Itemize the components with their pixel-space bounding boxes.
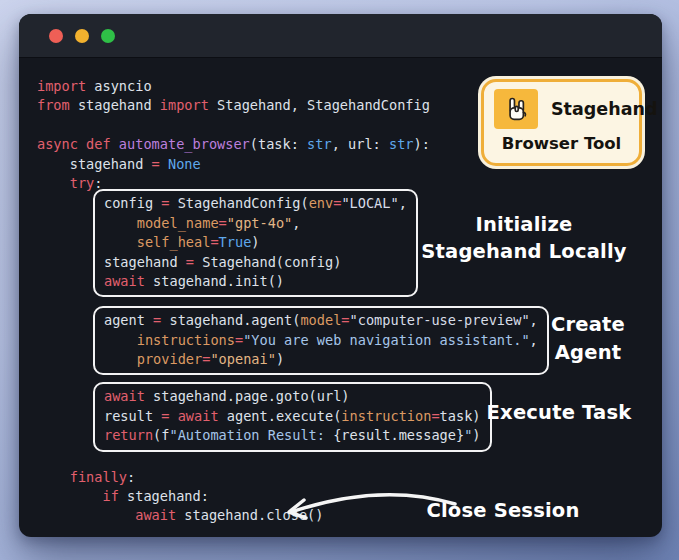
- code-line: provider="openai"): [104, 350, 538, 369]
- sign-of-horns-hand-icon: [494, 89, 538, 129]
- code-token: model: [300, 312, 341, 328]
- code-token: if: [102, 488, 118, 504]
- window-titlebar: [19, 14, 662, 58]
- code-token: from: [37, 97, 70, 113]
- code-token: async: [37, 136, 78, 152]
- code-token: str: [389, 136, 414, 152]
- code-token: finally: [70, 469, 127, 485]
- code-line: await stagehand.page.goto(url): [104, 387, 481, 406]
- code-box-create-agent: agent = stagehand.agent(model="computer-…: [93, 306, 549, 375]
- annotation-close-session: Close Session: [426, 497, 579, 524]
- code-token: env: [309, 195, 334, 211]
- annotation-execute-task: Execute Task: [487, 399, 632, 426]
- code-token: await: [135, 507, 176, 523]
- badge-header: Stagehand: [494, 89, 629, 129]
- code-line: await stagehand.init(): [104, 272, 407, 291]
- code-token: [104, 215, 137, 231]
- code-token: ): [251, 234, 259, 250]
- code-token: Stagehand, StagehandConfig: [209, 97, 430, 113]
- code-token: [111, 136, 119, 152]
- code-line: stagehand = Stagehand(config): [104, 253, 407, 272]
- code-line: model_name="gpt-4o",: [104, 214, 407, 233]
- code-token: self_heal: [137, 234, 211, 250]
- code-token: import: [37, 78, 86, 94]
- code-token: "Automation Result:: [169, 427, 333, 443]
- code-token: stagehand:: [119, 488, 209, 504]
- code-token: agent: [104, 312, 153, 328]
- code-token: [104, 351, 137, 367]
- code-token: import: [160, 97, 209, 113]
- code-token: =: [219, 215, 227, 231]
- code-token: "openai": [210, 351, 275, 367]
- code-token: True: [219, 234, 252, 250]
- code-token: await: [104, 388, 145, 404]
- code-token: =: [341, 312, 349, 328]
- code-token: "gpt-4o": [227, 215, 292, 231]
- badge-subtitle: Browser Tool: [494, 134, 629, 153]
- code-token: automate_browser: [119, 136, 250, 152]
- code-token: ,: [530, 312, 538, 328]
- code-token: =: [210, 234, 218, 250]
- code-token: await: [178, 408, 219, 424]
- code-token: , url:: [332, 136, 389, 152]
- code-token: instruction: [341, 408, 431, 424]
- code-token: stagehand.page.goto(url): [145, 388, 350, 404]
- annotation-line: Create: [551, 311, 625, 339]
- close-window-button[interactable]: [49, 29, 63, 43]
- code-token: =: [431, 408, 439, 424]
- code-window: import asynciofrom stagehand import Stag…: [19, 14, 662, 537]
- code-token: [104, 234, 137, 250]
- code-line: config = StagehandConfig(env="LOCAL",: [104, 194, 407, 213]
- code-token: stagehand.close(): [176, 507, 323, 523]
- code-token: model_name: [137, 215, 219, 231]
- code-token: ,: [292, 215, 300, 231]
- code-token: Stagehand(config): [194, 254, 341, 270]
- code-token: instructions: [137, 332, 235, 348]
- minimize-window-button[interactable]: [75, 29, 89, 43]
- code-token: stagehand: [70, 97, 160, 113]
- stagehand-badge: Stagehand Browser Tool: [481, 79, 642, 166]
- code-token: agent.execute(: [219, 408, 342, 424]
- code-token: [169, 408, 177, 424]
- code-line: agent = stagehand.agent(model="computer-…: [104, 311, 538, 330]
- badge-title: Stagehand: [551, 99, 657, 119]
- code-token: asyncio: [86, 78, 151, 94]
- zoom-window-button[interactable]: [101, 29, 115, 43]
- code-token: :: [127, 469, 135, 485]
- code-line: instructions="You are web navigation ass…: [104, 331, 538, 350]
- code-token: ): [472, 427, 480, 443]
- code-token: =: [152, 156, 160, 172]
- annotation-create-agent: Create Agent: [551, 311, 625, 367]
- code-token: return: [104, 427, 153, 443]
- code-token: StagehandConfig(: [169, 195, 308, 211]
- code-token: "LOCAL": [341, 195, 398, 211]
- code-token: ): [276, 351, 284, 367]
- code-token: config: [104, 195, 161, 211]
- code-token: ,: [399, 195, 407, 211]
- code-token: stagehand.init(): [145, 273, 284, 289]
- code-token: =: [186, 254, 194, 270]
- code-token: =: [235, 332, 243, 348]
- code-token: [37, 488, 102, 504]
- code-token: {result.message}: [333, 427, 464, 443]
- code-token: ):: [414, 136, 430, 152]
- annotation-line: Initialize: [421, 211, 626, 238]
- code-line: self_heal=True): [104, 233, 407, 252]
- code-line: result = await agent.execute(instruction…: [104, 407, 481, 426]
- code-token: "computer-use-preview": [350, 312, 530, 328]
- code-token: None: [168, 156, 201, 172]
- code-token: def: [86, 136, 111, 152]
- code-token: stagehand.agent(: [161, 312, 300, 328]
- code-token: [37, 175, 70, 191]
- annotation-line: Agent: [551, 339, 625, 367]
- annotation-line: Stagehand Locally: [421, 238, 626, 265]
- code-token: "You are web navigation assistant.": [243, 332, 529, 348]
- code-line: finally:: [37, 468, 662, 487]
- code-token: [37, 507, 135, 523]
- code-token: [160, 156, 168, 172]
- code-token: provider: [137, 351, 202, 367]
- code-line: return(f"Automation Result: {result.mess…: [104, 426, 481, 445]
- code-token: try: [70, 175, 95, 191]
- code-token: [104, 332, 137, 348]
- code-token: (f: [153, 427, 169, 443]
